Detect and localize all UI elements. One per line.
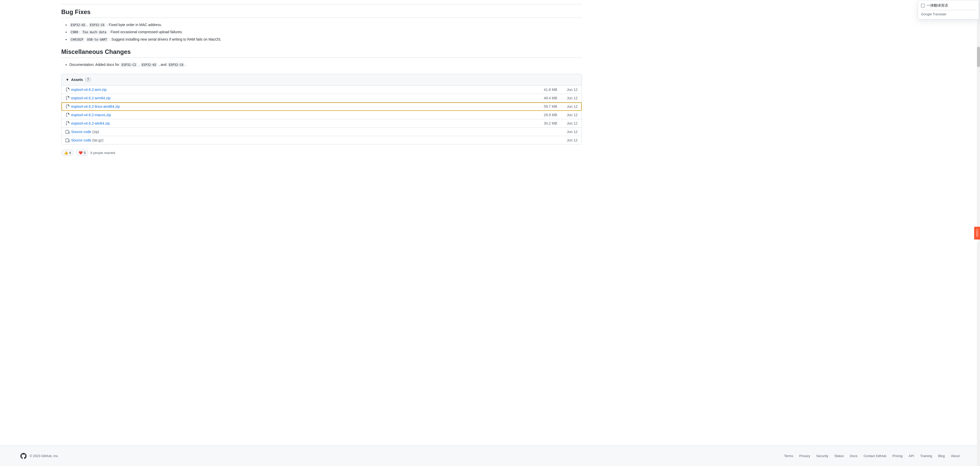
footer-left: © 2023 GitHub, Inc. [21,453,59,459]
reactions-bar: 👍 4 ❤️ 5 8 people reacted [61,147,582,159]
code-c900: C900 [69,30,80,35]
translate-popup: 一律翻译英语 Google Translate [918,0,979,19]
asset-date: Jun 12 [557,88,578,92]
thumbsup-emoji: 👍 [64,151,68,155]
asset-size: 30.2 MB [527,121,557,125]
asset-link-arm64-zip[interactable]: esptool-v4.6.2-arm64.zip [65,96,527,100]
asset-size: 41.8 MB [527,88,557,92]
translate-checkbox[interactable] [921,4,924,7]
list-item: CH9102F USB-to-UART : Suggest installing… [69,37,582,42]
footer-link-status[interactable]: Status [834,454,844,458]
asset-link-macos-zip[interactable]: esptool-v4.6.2-macos.zip [65,113,527,117]
asset-row-highlighted: esptool-v4.6.2-linux-amd64.zip 59.7 MB J… [62,102,582,111]
footer-copyright: © 2023 GitHub, Inc. [30,454,59,458]
asset-row: esptool-v4.6.2-macos.zip 28.9 MB Jun 12 [62,111,582,119]
assets-header: ▼ Assets 7 [62,74,582,86]
asset-row: Source code (tar.gz) Jun 12 [62,136,582,144]
heart-emoji: ❤️ [79,151,83,155]
asset-size: 59.7 MB [527,104,557,109]
footer-link-privacy[interactable]: Privacy [799,454,810,458]
zip-icon [65,121,70,125]
scrollbar-thumb[interactable] [977,47,980,67]
code-esp32c2: ESP32-C2 [120,62,137,67]
misc-changes-list: Documentation: Added docs for ESP32-C2 ,… [61,62,582,67]
main-content: Bug Fixes ESP32-H2, ESP32-C6 : Fixed byt… [56,4,587,159]
footer-link-security[interactable]: Security [816,454,828,458]
asset-date: Jun 12 [557,130,578,134]
asset-row: esptool-v4.6.2-win64.zip 30.2 MB Jun 12 [62,119,582,128]
asset-link-linux-amd64-zip[interactable]: esptool-v4.6.2-linux-amd64.zip [65,104,527,109]
asset-date: Jun 12 [557,138,578,142]
reactions-text: 8 people reacted [90,151,115,155]
zip-icon [65,96,70,100]
github-logo [21,453,27,459]
asset-link-win64-zip[interactable]: esptool-v4.6.2-win64.zip [65,121,527,125]
code-ch9102f: CH9102F [69,37,85,42]
zip-icon [65,88,70,92]
heart-reaction-button[interactable]: ❤️ 5 [76,150,88,156]
translate-brand: Google Translate [921,10,976,16]
footer-link-terms[interactable]: Terms [784,454,793,458]
thumbsup-count: 4 [69,151,71,155]
translate-label: 一律翻译英语 [927,3,948,8]
asset-size: 28.9 MB [527,113,557,117]
asset-link-arm-zip[interactable]: esptool-v4.6.2-arm.zip [65,88,527,92]
code-esp32c6-doc: ESP32-C6 [167,62,185,67]
assets-section: ▼ Assets 7 esptool-v4.6.2-arm.zip 41.8 M… [61,74,582,145]
zip-icon [65,104,70,109]
translate-option: 一律翻译英语 [921,3,976,8]
heart-count: 5 [84,151,86,155]
bug-fixes-list: ESP32-H2, ESP32-C6 : Fixed byte order in… [61,22,582,42]
footer-links: Terms Privacy Security Status Docs Conta… [784,454,959,458]
asset-row: esptool-v4.6.2-arm.zip 41.8 MB Jun 12 [62,86,582,94]
asset-date: Jun 12 [557,96,578,100]
list-item: C900: Too much data : Fixed occasional c… [69,29,582,35]
footer: © 2023 GitHub, Inc. Terms Privacy Securi… [0,445,980,466]
list-item: Documentation: Added docs for ESP32-C2 ,… [69,62,582,67]
footer-link-training[interactable]: Training [920,454,932,458]
code-esp32h2-doc: ESP32-H2 [140,62,158,67]
asset-link-source-zip[interactable]: Source code (zip) [65,130,527,134]
source-icon [65,138,70,142]
code-esp32h2: ESP32-H2 [69,23,86,27]
asset-row: Source code (zip) Jun 12 [62,128,582,136]
code-esp32c6: ESP32-C6 [89,23,106,27]
list-item: ESP32-H2, ESP32-C6 : Fixed byte order in… [69,22,582,27]
footer-link-api[interactable]: API [909,454,914,458]
source-icon [65,130,70,134]
asset-date: Jun 12 [557,121,578,125]
footer-link-blog[interactable]: Blog [938,454,945,458]
code-too-much-data: Too much data [81,30,107,35]
misc-changes-heading: Miscellaneous Changes [61,48,582,58]
assets-toggle-icon[interactable]: ▼ [65,78,69,82]
footer-link-pricing[interactable]: Pricing [892,454,903,458]
bug-fixes-heading: Bug Fixes [61,8,582,18]
code-usb-uart: USB-to-UART [86,37,108,42]
footer-link-docs[interactable]: Docs [850,454,858,458]
asset-link-source-targz[interactable]: Source code (tar.gz) [65,138,527,142]
asset-row: esptool-v4.6.2-arm64.zip 48.4 MB Jun 12 [62,94,582,102]
footer-link-contact[interactable]: Contact GitHub [864,454,886,458]
assets-count-badge: 7 [85,77,91,82]
asset-date: Jun 12 [557,113,578,117]
footer-link-about[interactable]: About [951,454,959,458]
google-translate-text: Google Translate [921,12,946,16]
zip-icon [65,113,70,117]
asset-date: Jun 12 [557,104,578,109]
csdn-badge[interactable]: CSDN 好特充完成 [974,227,980,239]
assets-heading: Assets [71,78,83,82]
asset-size: 48.4 MB [527,96,557,100]
thumbsup-reaction-button[interactable]: 👍 4 [61,150,74,156]
